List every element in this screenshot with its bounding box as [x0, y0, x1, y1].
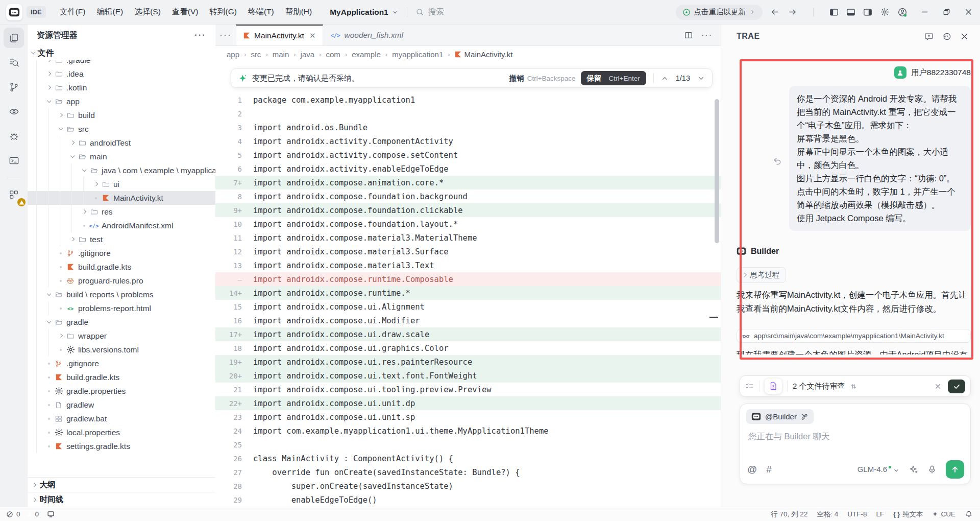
code-line[interactable]: 11import androidx.compose.material3.Mate…	[215, 231, 721, 245]
code-line[interactable]: 7+import androidx.compose.animation.core…	[215, 176, 721, 190]
keep-button[interactable]: 保留Ctrl+Enter	[581, 71, 646, 85]
microphone-icon[interactable]	[927, 465, 937, 474]
code-line[interactable]: 15import androidx.compose.ui.Alignment	[215, 300, 721, 314]
checklist-icon[interactable]	[745, 382, 754, 391]
extensions-warning-icon[interactable]	[4, 184, 24, 205]
menu-item-5[interactable]: 终端(T)	[242, 4, 280, 20]
tree-item[interactable]: src	[28, 122, 215, 136]
status-item[interactable]: 空格: 4	[817, 510, 838, 519]
tree-item[interactable]: app	[28, 94, 215, 108]
tree-item[interactable]: local.properties	[28, 425, 215, 439]
enhance-prompt-icon[interactable]	[909, 465, 918, 474]
sort-icon[interactable]	[850, 383, 857, 390]
tree-item[interactable]: res	[28, 205, 215, 219]
code-line[interactable]: 27 override fun onCreate(savedInstanceSt…	[215, 465, 721, 479]
close-window-button[interactable]	[964, 8, 973, 16]
outline-section[interactable]: 大纲	[28, 477, 215, 492]
editor-tab[interactable]: </>wooden_fish.xml	[323, 25, 410, 45]
search-list-icon[interactable]	[4, 52, 24, 73]
tree-item[interactable]: .gitignore	[28, 357, 215, 370]
code-line[interactable]: 5import androidx.activity.compose.setCon…	[215, 148, 721, 162]
send-button[interactable]	[946, 460, 964, 479]
bug-icon[interactable]	[4, 126, 24, 146]
status-item[interactable]: CUE	[932, 510, 955, 518]
file-reference-chip[interactable]: app\src\main\java\com\example\myapplicat…	[737, 329, 971, 343]
breadcrumb-item[interactable]: java	[301, 50, 315, 59]
context-hash-button[interactable]: #	[766, 464, 772, 475]
status-item[interactable]: 行 70, 列 22	[771, 510, 807, 519]
menu-item-3[interactable]: 查看(V)	[166, 4, 204, 20]
status-item[interactable]: { }纯文本	[893, 510, 923, 519]
code-line[interactable]: 9+import androidx.compose.foundation.cli…	[215, 203, 721, 217]
code-line[interactable]: 29 enableEdgeToEdge()	[215, 493, 721, 507]
menu-item-1[interactable]: 编辑(E)	[91, 4, 129, 20]
code-line[interactable]: 18import androidx.compose.ui.graphics.Co…	[215, 341, 721, 355]
minimize-button[interactable]	[920, 8, 929, 16]
tree-item[interactable]: build	[28, 108, 215, 122]
code-line[interactable]: 21import androidx.compose.ui.tooling.pre…	[215, 383, 721, 396]
nav-back-button[interactable]	[770, 7, 780, 17]
code-line[interactable]: 17+import androidx.compose.ui.draw.scale	[215, 327, 721, 341]
eye-icon[interactable]	[4, 101, 24, 122]
menu-item-2[interactable]: 选择(S)	[129, 4, 166, 20]
restore-button[interactable]	[942, 8, 951, 16]
code-line[interactable]: 23import androidx.compose.ui.unit.sp	[215, 410, 721, 424]
tree-item[interactable]: .kotlin	[28, 81, 215, 94]
restore-checkpoint-icon[interactable]	[772, 91, 782, 231]
tab-overflow-button[interactable]: ···	[215, 25, 236, 45]
dismiss-review-button[interactable]	[934, 383, 942, 390]
errors-icon[interactable]	[6, 511, 13, 518]
code-line[interactable]: 22+import androidx.compose.ui.unit.dp	[215, 396, 721, 410]
files-icon[interactable]	[4, 28, 24, 48]
menu-item-6[interactable]: 帮助(H)	[280, 4, 318, 20]
code-line[interactable]: 3import android.os.Bundle	[215, 121, 721, 134]
breadcrumb-item[interactable]: myapplication1	[392, 50, 443, 59]
code-line[interactable]: 10import androidx.compose.foundation.lay…	[215, 217, 721, 231]
breadcrumb-item[interactable]: MainActivity.kt	[455, 50, 513, 59]
settings-gear-icon[interactable]	[880, 7, 890, 17]
model-selector[interactable]: GLM-4.6	[857, 465, 900, 474]
accept-all-button[interactable]	[948, 380, 965, 393]
menu-item-0[interactable]: 文件(F)	[54, 4, 91, 20]
tree-item[interactable]: main	[28, 150, 215, 163]
history-icon[interactable]	[942, 32, 951, 41]
tree-item[interactable]: build \ reports \ problems	[28, 288, 215, 301]
warnings-icon[interactable]	[27, 511, 32, 517]
code-line[interactable]: —import androidx.compose.runtime.Composa…	[215, 272, 721, 286]
tree-item[interactable]: <>problems-report.html	[28, 301, 215, 315]
tree-item[interactable]: build.gradle.kts	[28, 370, 215, 384]
tree-item[interactable]: proguard-rules.pro	[28, 274, 215, 288]
editor-tab[interactable]: MainActivity.kt✕	[236, 25, 323, 45]
code-line[interactable]: 8import androidx.compose.foundation.back…	[215, 190, 721, 203]
timeline-section[interactable]: 时间线	[28, 492, 215, 507]
tree-item[interactable]: settings.gradle.kts	[28, 439, 215, 453]
editor-more-button[interactable]: ···	[701, 31, 713, 40]
code-line[interactable]: 25	[215, 438, 721, 452]
layout-right-toggle[interactable]	[863, 8, 872, 17]
close-panel-icon[interactable]	[960, 32, 969, 41]
chat-input-box[interactable]: @Builder 您正在与 Builder 聊天 @ # GLM-4.6	[740, 404, 971, 484]
breadcrumb-item[interactable]: main	[273, 50, 289, 59]
next-change-button[interactable]	[697, 75, 705, 82]
breadcrumb-item[interactable]: com	[326, 50, 340, 59]
code-editor[interactable]: 变更已完成，请确认是否采纳。 撤销Ctrl+Backspace 保留Ctrl+E…	[215, 62, 721, 507]
tree-item[interactable]: .idea	[28, 67, 215, 81]
close-tab-icon[interactable]: ✕	[309, 31, 316, 40]
prev-change-button[interactable]	[661, 75, 669, 82]
explorer-more-button[interactable]: ···	[194, 30, 206, 40]
nav-forward-button[interactable]	[788, 7, 797, 17]
chat-input-placeholder[interactable]: 您正在与 Builder 聊天	[748, 431, 962, 442]
code-line[interactable]: 1package com.example.myapplication1	[215, 93, 721, 107]
mention-button[interactable]: @	[747, 464, 757, 475]
layout-left-toggle[interactable]	[829, 8, 839, 17]
discard-button[interactable]: 撤销Ctrl+Backspace	[509, 74, 576, 83]
project-switcher[interactable]: MyApplication1	[330, 8, 399, 17]
code-line[interactable]: 24import com.example.myapplication1.ui.t…	[215, 424, 721, 438]
tree-item[interactable]: gradle.properties	[28, 384, 215, 398]
breadcrumb-item[interactable]: app	[227, 50, 239, 59]
code-line[interactable]: 13import androidx.compose.material3.Text	[215, 258, 721, 272]
menu-item-4[interactable]: 转到(G)	[204, 4, 242, 20]
restart-update-button[interactable]: 点击重启以更新	[676, 5, 763, 20]
tree-item[interactable]: libs.versions.toml	[28, 343, 215, 357]
agent-chip[interactable]: @Builder	[746, 409, 814, 424]
